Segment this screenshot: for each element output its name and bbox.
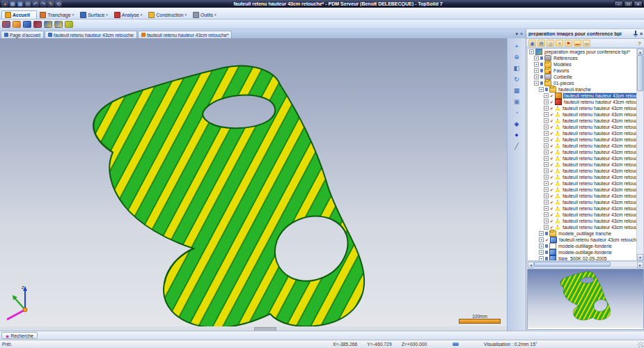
tab-analyse[interactable]: Analyse ▾	[111, 10, 146, 19]
save-all-icon[interactable]: ▩	[17, 1, 24, 7]
tab-outils[interactable]: Outils ▾	[190, 10, 219, 19]
tree-item[interactable]: + ✔ fauteuil retenu hauteur 43cm retouch…	[528, 180, 637, 187]
expander-icon[interactable]: +	[544, 206, 549, 211]
tab-page-accueil[interactable]: Page d'accueil	[1, 31, 44, 38]
tab-construction[interactable]: Construction ▾	[146, 10, 190, 19]
tab-fauteuil-retenu[interactable]: fauteuil retenu hauteur 43cm retouche	[45, 31, 137, 38]
tree-item[interactable]: + ✔ 01-pieces	[528, 80, 637, 86]
expander-icon[interactable]: +	[534, 74, 539, 79]
preview-thumbnail[interactable]	[527, 269, 644, 330]
expander-icon[interactable]: +	[544, 93, 549, 98]
tree-item[interactable]: + ✔ fauteuil retenu hauteur 43cm retouch…	[528, 105, 637, 111]
expander-icon[interactable]: +	[539, 256, 544, 260]
pin-icon[interactable]	[634, 31, 638, 37]
expander-icon[interactable]: +	[544, 125, 549, 129]
tree-item[interactable]: + ✔ tigre_500K 02-09-2005	[528, 255, 637, 260]
expander-icon[interactable]: +	[544, 162, 549, 167]
panel-close-icon[interactable]: ×	[640, 31, 643, 36]
tree-item[interactable]: + ✔ fauteuil retenu hauteur 43cm retouch…	[528, 93, 637, 99]
chair-model[interactable]	[0, 38, 508, 331]
redo-icon[interactable]: ↷	[40, 1, 47, 7]
scroll-up-icon[interactable]: ▲	[637, 49, 643, 55]
expander-icon[interactable]: +	[534, 81, 539, 86]
viewport-3d[interactable]: z 100mm ＋⊕◧↻▦▣◔◆●╱	[0, 38, 526, 331]
tree-item[interactable]: + ✔ fauteuil retenu hauteur 43cm retouch…	[528, 136, 637, 143]
vscroll-thumb[interactable]	[637, 55, 643, 91]
resize-grip[interactable]	[638, 342, 643, 347]
expander-icon[interactable]: +	[544, 168, 549, 173]
surface-sphere-icon[interactable]	[44, 21, 52, 28]
expander-icon[interactable]: +	[539, 244, 544, 248]
expander-icon[interactable]: +	[544, 150, 549, 155]
scroll-down-icon[interactable]: ▼	[637, 254, 643, 260]
mold-tool-icon[interactable]	[33, 21, 42, 28]
list-mode-icon[interactable]: ▭	[583, 40, 590, 47]
tree-item[interactable]: + ✔ modele_outillage tranche	[528, 230, 637, 237]
zoom-all-icon[interactable]: ◔	[511, 109, 522, 118]
topsolid-logo-icon[interactable]: ◕	[1, 1, 8, 7]
tree-item[interactable]: + ✔ fauteuil retenu hauteur 43cm retouch…	[528, 130, 637, 136]
viewport-hscrollbar[interactable]	[0, 326, 508, 331]
import-icon[interactable]: ▤	[24, 1, 31, 7]
expander-icon[interactable]: +	[539, 87, 544, 92]
tree-item[interactable]: + ✔ Favoris	[528, 68, 637, 74]
edit-pen-icon[interactable]: ✎	[47, 1, 54, 7]
tree-hscrollbar[interactable]: ◄ ►	[527, 261, 644, 267]
tree-item[interactable]: + ✔ fauteuil retenu hauteur 43cm retouch…	[528, 99, 637, 105]
viewport-collapse-icon[interactable]: ▾	[515, 31, 518, 37]
tree-item[interactable]: + ✔ fauteuil-tranche	[528, 86, 637, 93]
expander-icon[interactable]: +	[544, 193, 549, 198]
slice-tool-icon[interactable]	[23, 21, 31, 28]
viewport-hscroll-thumb[interactable]	[254, 327, 276, 331]
wizard-icon[interactable]	[65, 21, 73, 28]
shaded-view-icon[interactable]: ◆	[511, 120, 522, 129]
new-document-icon[interactable]	[2, 21, 10, 28]
expander-icon[interactable]: +	[544, 175, 549, 180]
tab-tranchage[interactable]: Tranchage ▾	[37, 10, 77, 19]
expander-icon[interactable]: +	[544, 106, 549, 111]
filter-icon[interactable]: ▣	[528, 40, 536, 47]
tree-item[interactable]: + ✔ fauteuil retenu hauteur 43cm retouch…	[528, 168, 637, 174]
minimize-button[interactable]: –	[614, 1, 623, 7]
expander-icon[interactable]: +	[544, 200, 549, 205]
hscroll-thumb[interactable]	[534, 262, 611, 267]
expander-icon[interactable]: +	[544, 137, 549, 142]
save-icon[interactable]: ▦	[9, 1, 16, 7]
scroll-right-icon[interactable]: ►	[637, 262, 643, 268]
columns-icon[interactable]: ▤	[537, 40, 545, 47]
tree-item[interactable]: + ✔ preparation images pour conference b…	[528, 49, 637, 55]
pan-icon[interactable]: ＋	[511, 42, 522, 51]
tree-item[interactable]: + ✔ fauteuil retenu hauteur 43cm retouch…	[528, 237, 637, 243]
tree-item[interactable]: + ✔ modele-outillage-fonderie	[528, 243, 637, 249]
tree-item[interactable]: + ✔ fauteuil retenu hauteur 43cm retouch…	[528, 199, 637, 205]
expander-icon[interactable]: +	[544, 219, 549, 223]
tree-item[interactable]: + ✔ fauteuil retenu hauteur 43cm retouch…	[528, 124, 637, 130]
tree-vscrollbar[interactable]: ▲ ▼	[636, 49, 643, 260]
open-document-icon[interactable]	[13, 21, 21, 28]
expander-icon[interactable]: +	[544, 181, 549, 186]
expander-icon[interactable]: +	[544, 212, 549, 217]
tree-item[interactable]: + ✔ fauteuil retenu hauteur 43cm retouch…	[528, 118, 637, 124]
highlight-icon[interactable]: ▬	[574, 40, 581, 47]
tree-item[interactable]: + ✔ fauteuil retenu hauteur 43cm retouch…	[528, 193, 637, 199]
expander-icon[interactable]: +	[534, 62, 539, 67]
tab-accueil[interactable]: Accueil ▾	[1, 10, 37, 19]
flag-icon[interactable]: ⚑	[565, 40, 572, 47]
tree-item[interactable]: + ✔ fauteuil retenu hauteur 43cm retouch…	[528, 143, 637, 149]
expander-icon[interactable]: +	[539, 237, 544, 242]
tree-item[interactable]: + ✔ modele-outillage-fonderie	[528, 249, 637, 255]
render-mode-icon[interactable]: ●	[511, 131, 522, 140]
expander-icon[interactable]: +	[539, 250, 544, 255]
multi-view-icon[interactable]: ▦	[511, 86, 522, 95]
tree-item[interactable]: + ✔ fauteuil retenu hauteur 43cm retouch…	[528, 212, 637, 218]
expander-icon[interactable]: +	[544, 156, 549, 161]
tree-item[interactable]: + ✔ fauteuil retenu hauteur 43cm retouch…	[528, 155, 637, 161]
surface-sphere-alt-icon[interactable]	[54, 21, 63, 28]
expander-icon[interactable]: +	[534, 68, 539, 73]
tree-item[interactable]: + ✔ fauteuil retenu hauteur 43cm retouch…	[528, 224, 637, 230]
expander-icon[interactable]: +	[544, 143, 549, 148]
viewport-close-icon[interactable]: ×	[520, 31, 523, 37]
expander-icon[interactable]: +	[544, 225, 549, 230]
expander-icon[interactable]: +	[544, 187, 549, 192]
expander-icon[interactable]: +	[529, 49, 534, 54]
